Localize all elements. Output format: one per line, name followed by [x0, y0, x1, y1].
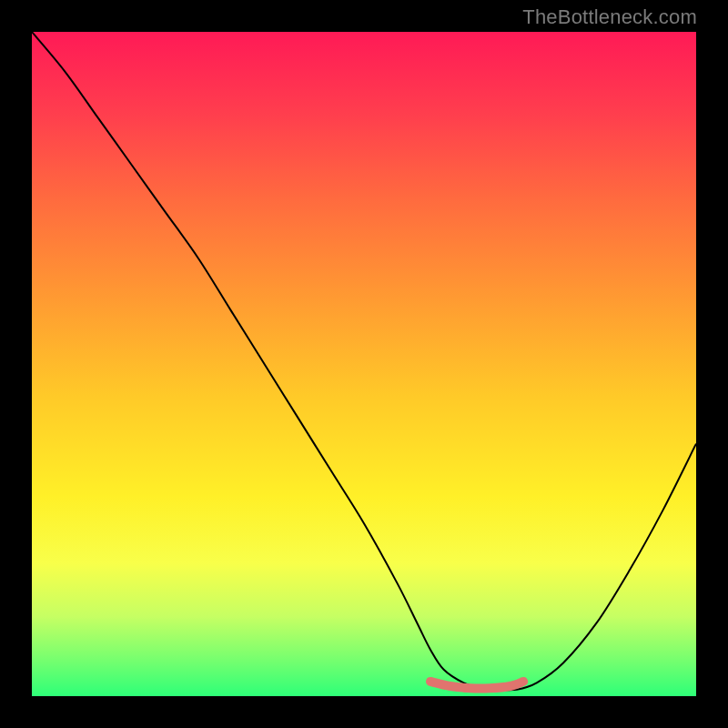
curve-layer [32, 32, 696, 696]
black-curve [32, 32, 696, 690]
plot-area [32, 32, 696, 696]
chart-frame: TheBottleneck.com [0, 0, 728, 728]
watermark-text: TheBottleneck.com [522, 5, 697, 29]
red-segment [430, 682, 523, 689]
